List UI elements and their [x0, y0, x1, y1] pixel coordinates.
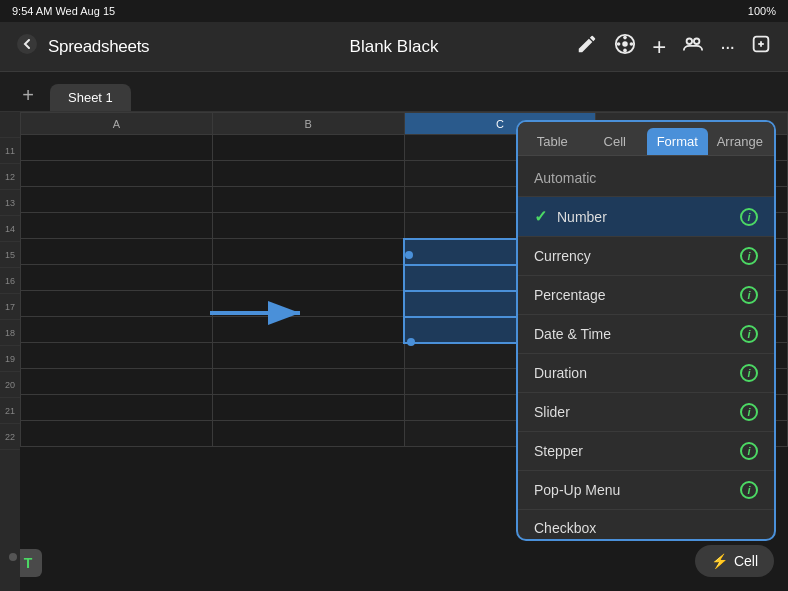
row-num-22: 22 — [0, 424, 20, 450]
format-item-percentage[interactable]: Percentage i — [518, 276, 774, 315]
svg-point-8 — [694, 39, 700, 45]
add-sheet-button[interactable]: + — [14, 81, 42, 109]
row-num-12: 12 — [0, 164, 20, 190]
row-num-17: 17 — [0, 294, 20, 320]
format-item-number[interactable]: ✓ Number i — [518, 197, 774, 237]
cell-a18[interactable] — [21, 317, 213, 343]
info-icon-percentage[interactable]: i — [740, 286, 758, 304]
svg-point-6 — [630, 42, 634, 46]
panel-tab-format[interactable]: Format — [647, 128, 708, 155]
document-title: Blank Black — [350, 37, 439, 57]
cell-a15[interactable] — [21, 239, 213, 265]
status-bar: 9:54 AM Wed Aug 15 100% — [0, 0, 788, 22]
pencil-icon[interactable] — [576, 33, 598, 60]
format-item-datetime[interactable]: Date & Time i — [518, 315, 774, 354]
row-num-19: 19 — [0, 346, 20, 372]
panel-tab-cell[interactable]: Cell — [585, 128, 646, 155]
arrow-pointer — [200, 288, 320, 338]
app-icon-text: T — [24, 555, 33, 571]
cell-b16[interactable] — [212, 265, 404, 291]
app-name: Spreadsheets — [48, 37, 149, 57]
format-panel: Table Cell Format Arrange Automatic ✓ Nu… — [516, 120, 776, 541]
info-icon-stepper[interactable]: i — [740, 442, 758, 460]
col-header-b[interactable]: B — [212, 113, 404, 135]
svg-point-0 — [17, 34, 37, 54]
info-icon-currency[interactable]: i — [740, 247, 758, 265]
more-icon[interactable]: ··· — [720, 35, 734, 58]
row-num-11: 11 — [0, 138, 20, 164]
main-area: Table 1 11 12 13 14 15 16 17 18 19 20 21… — [0, 112, 788, 591]
toolbar-left: Spreadsheets — [16, 33, 149, 60]
col-header-a[interactable]: A — [21, 113, 213, 135]
sheet1-tab[interactable]: Sheet 1 — [50, 84, 131, 111]
cell-a17[interactable] — [21, 291, 213, 317]
cell-b20[interactable] — [212, 369, 404, 395]
row-num-16: 16 — [0, 268, 20, 294]
svg-point-4 — [623, 49, 627, 53]
row-num-21: 21 — [0, 398, 20, 424]
cell-a20[interactable] — [21, 369, 213, 395]
person-icon[interactable] — [682, 33, 704, 60]
format-item-automatic[interactable]: Automatic — [518, 160, 774, 197]
main-toolbar: Spreadsheets Blank Black + ··· — [0, 22, 788, 72]
cell-b15[interactable] — [212, 239, 404, 265]
format-item-checkbox[interactable]: Checkbox — [518, 510, 774, 539]
tabs-row: + Sheet 1 — [0, 72, 788, 112]
check-icon: ✓ — [534, 207, 547, 226]
format-item-stepper[interactable]: Stepper i — [518, 432, 774, 471]
row-num-14: 14 — [0, 216, 20, 242]
cell-b14[interactable] — [212, 213, 404, 239]
back-button[interactable] — [16, 33, 38, 60]
cell-a14[interactable] — [21, 213, 213, 239]
cell-a22[interactable] — [21, 421, 213, 447]
format-item-slider[interactable]: Slider i — [518, 393, 774, 432]
add-icon[interactable]: + — [652, 33, 666, 61]
info-icon-duration[interactable]: i — [740, 364, 758, 382]
cell-b21[interactable] — [212, 395, 404, 421]
info-icon-datetime[interactable]: i — [740, 325, 758, 343]
cell-button[interactable]: ⚡ Cell — [695, 545, 774, 577]
cell-button-label: Cell — [734, 553, 758, 569]
row-num-18: 18 — [0, 320, 20, 346]
info-icon-popup[interactable]: i — [740, 481, 758, 499]
cell-a19[interactable] — [21, 343, 213, 369]
cell-a11[interactable] — [21, 135, 213, 161]
cell-a21[interactable] — [21, 395, 213, 421]
cell-b13[interactable] — [212, 187, 404, 213]
cell-a16[interactable] — [21, 265, 213, 291]
scroll-indicator — [9, 553, 17, 561]
format-item-duration[interactable]: Duration i — [518, 354, 774, 393]
svg-point-7 — [687, 39, 693, 45]
battery-label: 100% — [748, 5, 776, 17]
cell-a13[interactable] — [21, 187, 213, 213]
cell-button-icon: ⚡ — [711, 553, 728, 569]
svg-point-3 — [623, 36, 627, 40]
panel-tabs: Table Cell Format Arrange — [518, 122, 774, 156]
row-num-20: 20 — [0, 372, 20, 398]
svg-point-2 — [623, 41, 629, 47]
info-icon-number[interactable]: i — [740, 208, 758, 226]
cell-b12[interactable] — [212, 161, 404, 187]
panel-tab-table[interactable]: Table — [522, 128, 583, 155]
cell-a12[interactable] — [21, 161, 213, 187]
export-icon[interactable] — [750, 33, 772, 60]
svg-point-5 — [617, 42, 621, 46]
toolbar-right: + ··· — [576, 33, 772, 61]
format-item-popup[interactable]: Pop-Up Menu i — [518, 471, 774, 510]
share-icon[interactable] — [614, 33, 636, 60]
cell-b22[interactable] — [212, 421, 404, 447]
time-label: 9:54 AM Wed Aug 15 — [12, 5, 115, 17]
status-right: 100% — [748, 5, 776, 17]
status-time: 9:54 AM Wed Aug 15 — [12, 5, 115, 17]
panel-tab-arrange[interactable]: Arrange — [710, 128, 771, 155]
info-icon-slider[interactable]: i — [740, 403, 758, 421]
row-num-header — [0, 112, 20, 138]
format-list: Automatic ✓ Number i Currency i — [518, 156, 774, 539]
format-item-currency[interactable]: Currency i — [518, 237, 774, 276]
row-numbers: 11 12 13 14 15 16 17 18 19 20 21 22 — [0, 112, 20, 591]
cell-b19[interactable] — [212, 343, 404, 369]
row-num-15: 15 — [0, 242, 20, 268]
row-num-13: 13 — [0, 190, 20, 216]
cell-b11[interactable] — [212, 135, 404, 161]
